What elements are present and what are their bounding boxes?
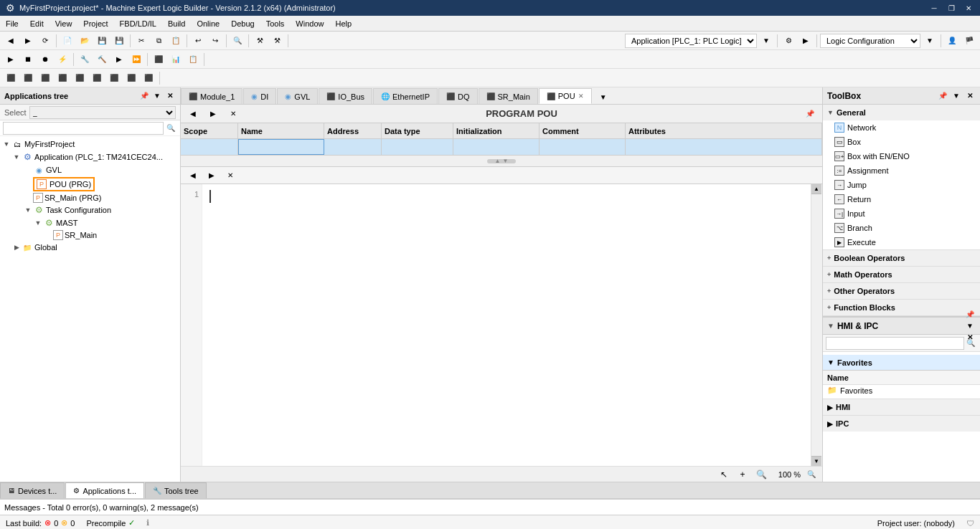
tb-undo[interactable]: ↩ [190, 34, 206, 48]
tb2-btn11[interactable]: 📋 [185, 52, 201, 67]
tb-lc-btn[interactable]: ▼ [922, 34, 938, 48]
select-all-dropdown[interactable]: _ [29, 106, 176, 119]
toolbox-item-jump[interactable]: → Jump [823, 178, 980, 192]
tb3-btn2[interactable]: ⬛ [20, 71, 36, 85]
prog-close[interactable]: ✕ [225, 107, 241, 121]
tb-paste[interactable]: 📋 [168, 34, 184, 48]
toolbox-item-return[interactable]: ← Return [823, 192, 980, 206]
tb-save[interactable]: 💾 [94, 34, 110, 48]
toolbox-item-input[interactable]: →| Input [823, 206, 980, 221]
tb2-btn7[interactable]: ▶ [111, 52, 127, 67]
tb2-btn9[interactable]: ⬛ [151, 52, 166, 67]
tab-io-bus[interactable]: ⬛ IO_Bus [319, 88, 372, 104]
tb-btn6[interactable]: ⚒ [269, 34, 285, 48]
toolbox-item-box-en-eno[interactable]: ▭+ Box with EN/ENO [823, 149, 980, 163]
tb2-btn5[interactable]: 🔧 [77, 52, 93, 67]
tree-node-sr-main[interactable]: ▶ P SR_Main [0, 229, 180, 241]
tb-forward[interactable]: ▶ [20, 34, 36, 48]
tb2-btn3[interactable]: ⏺ [37, 52, 53, 67]
tb-more[interactable]: ▶ [798, 34, 814, 48]
panel-menu-button[interactable]: ▼ [151, 90, 163, 102]
var-row-1[interactable] [181, 139, 822, 155]
fbd-nav-next[interactable]: ▶ [204, 168, 220, 183]
bottom-tab-tools[interactable]: 🔧 Tools tree [145, 482, 207, 498]
menu-tools[interactable]: Tools [260, 18, 291, 29]
tab-ethernetip[interactable]: 🌐 EthernetIP [373, 88, 438, 104]
toolbox-general-header[interactable]: ▼ General [823, 105, 980, 120]
menu-fbdldil[interactable]: FBD/LD/IL [114, 18, 162, 29]
expander-global[interactable]: ▶ [11, 244, 22, 251]
tab-pou-close[interactable]: ✕ [578, 92, 584, 100]
tb-settings[interactable]: ⚙ [781, 34, 796, 48]
toolbox-item-assignment[interactable]: := Assignment [823, 163, 980, 178]
tb3-btn9[interactable]: ⬛ [141, 71, 156, 85]
cursor-mode-btn[interactable]: ↖ [716, 467, 732, 482]
fbd-editor[interactable]: 1 ▲ ▼ [181, 184, 822, 466]
prog-pin[interactable]: 📌 [802, 107, 818, 121]
pin-button[interactable]: 📌 [138, 90, 150, 102]
prog-nav-next[interactable]: ▶ [205, 107, 221, 121]
tb3-btn4[interactable]: ⬛ [55, 71, 70, 85]
ipc-sub-header[interactable]: ▶ IPC [823, 416, 980, 432]
toolbox-menu-btn[interactable]: ▼ [951, 90, 962, 102]
tab-gvl[interactable]: ◉ GVL [277, 88, 318, 104]
hmi-search-icon[interactable]: 🔍 [964, 337, 977, 350]
tb3-btn6[interactable]: ⬛ [89, 71, 105, 85]
tab-pou[interactable]: ⬛ POU ✕ [539, 88, 592, 104]
tree-node-gvl[interactable]: ▶ ◉ GVL [0, 163, 180, 176]
tb-btn5[interactable]: ⚒ [252, 34, 268, 48]
menu-online[interactable]: Online [191, 18, 225, 29]
pou-highlighted-box[interactable]: P POU (PRG) [33, 177, 95, 191]
tb3-btn7[interactable]: ⬛ [106, 71, 122, 85]
tab-module1[interactable]: ⬛ Module_1 [181, 88, 242, 104]
toolbox-item-network[interactable]: N Network [823, 120, 980, 135]
hmi-collapse-arrow[interactable]: ▼ [827, 322, 834, 330]
vertical-scrollbar[interactable]: ▲ ▼ [811, 184, 822, 466]
tb-new[interactable]: 📄 [60, 34, 75, 48]
menu-project[interactable]: Project [77, 18, 113, 29]
tb-open[interactable]: 📂 [77, 34, 93, 48]
toolbox-other-header[interactable]: + Other Operators [823, 283, 980, 299]
tb-copy[interactable]: ⧉ [151, 34, 166, 48]
minimize-button[interactable]: ─ [928, 2, 940, 14]
menu-window[interactable]: Window [290, 18, 329, 29]
tb-save-all[interactable]: 💾 [111, 34, 127, 48]
splitter-horiz[interactable]: ▲ ▼ [181, 156, 822, 167]
fbd-nav-close[interactable]: ✕ [222, 168, 238, 183]
scroll-up-btn[interactable]: ▲ [811, 184, 821, 194]
hmi-search-input[interactable] [826, 337, 964, 350]
toolbox-item-branch[interactable]: ⌥ Branch [823, 221, 980, 235]
restore-button[interactable]: ❐ [946, 2, 957, 14]
scroll-down-btn[interactable]: ▼ [811, 456, 821, 466]
menu-debug[interactable]: Debug [225, 18, 260, 29]
toolbox-boolean-header[interactable]: + Boolean Operators [823, 250, 980, 266]
toolbox-math-header[interactable]: + Math Operators [823, 267, 980, 282]
tab-sr-main[interactable]: ⬛ SR_Main [479, 88, 538, 104]
logic-config-selector[interactable]: Logic Configuration [820, 34, 920, 48]
tree-node-global[interactable]: ▶ 📁 Global [0, 241, 180, 254]
bottom-tab-applications[interactable]: ⚙ Applications t... [65, 482, 144, 498]
tree-node-pou[interactable]: ▶ P POU (PRG) [0, 176, 180, 192]
tab-scroll-right[interactable]: ▼ [595, 90, 611, 104]
tb-back[interactable]: ◀ [3, 34, 19, 48]
fbd-content[interactable] [204, 184, 822, 466]
toolbox-funcblocks-header[interactable]: + Function Blocks [823, 300, 980, 315]
close-button[interactable]: ✕ [963, 2, 974, 14]
tb-find[interactable]: 🔍 [230, 34, 245, 48]
tb3-btn8[interactable]: ⬛ [123, 71, 139, 85]
tb-app-btn[interactable]: ▼ [758, 34, 774, 48]
tree-node-sr-main-prg[interactable]: ▶ P SR_Main (PRG) [0, 192, 180, 204]
zoom-in-btn[interactable]: 🔍 [804, 467, 819, 482]
menu-edit[interactable]: Edit [24, 18, 50, 29]
tb-flag[interactable]: 🏴 [961, 34, 977, 48]
menu-help[interactable]: Help [329, 18, 357, 29]
tb3-btn5[interactable]: ⬛ [72, 71, 88, 85]
tb3-btn3[interactable]: ⬛ [37, 71, 53, 85]
tree-node-myfirstproject[interactable]: ▼ 🗂 MyFirstProject [0, 138, 180, 151]
cell-name-1[interactable] [238, 139, 324, 155]
expander-application[interactable]: ▼ [11, 153, 22, 161]
search-input[interactable] [3, 122, 164, 135]
tab-di[interactable]: ◉ DI [243, 88, 276, 104]
prog-nav-prev[interactable]: ◀ [185, 107, 201, 121]
hmi-sub-header[interactable]: ▶ HMI [823, 399, 980, 415]
